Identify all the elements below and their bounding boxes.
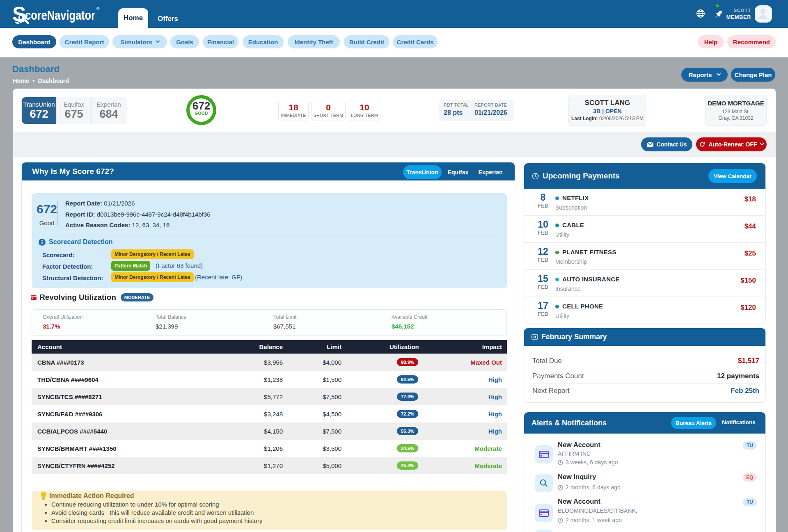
svg-text:®: ® <box>96 7 100 11</box>
svg-text:coreNavigator: coreNavigator <box>25 8 95 23</box>
